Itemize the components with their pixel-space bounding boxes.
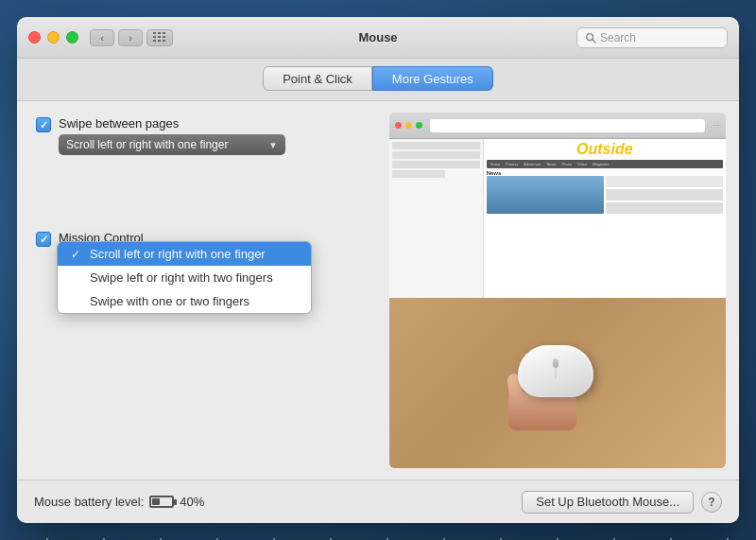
browser-content-area: Outside Home Fitness Adventure News Phot… (389, 139, 726, 298)
mouse-divider (556, 364, 557, 379)
forward-button[interactable]: › (118, 29, 143, 46)
main-content: ✓ Swipe between pages Scroll left or rig… (17, 101, 739, 479)
browser-address-bar (430, 119, 705, 132)
bluetooth-setup-button[interactable]: Set Up Bluetooth Mouse... (522, 491, 694, 514)
check-mark-icon: ✓ (40, 120, 48, 131)
maximize-button[interactable] (66, 31, 78, 44)
browser-preview: ⋯ Outside Home (389, 113, 726, 298)
browser-nav-icons: ⋯ (713, 121, 720, 130)
dropdown-selected-text: Scroll left or right with one finger (66, 138, 228, 151)
tab-more-gestures[interactable]: More Gestures (372, 66, 493, 91)
palm (508, 392, 576, 430)
close-button[interactable] (28, 31, 41, 44)
dropdown-item-two-fingers[interactable]: Swipe left or right with two fingers (58, 266, 311, 289)
titlebar: ‹ › Mouse Search (17, 17, 739, 59)
content-sim (487, 176, 723, 214)
grid-icon (153, 32, 166, 43)
search-placeholder: Search (600, 31, 636, 44)
mini-maximize-dot (416, 122, 422, 129)
option-swipe-between-pages: ✓ Swipe between pages Scroll left or rig… (36, 116, 374, 155)
dropdown-item-one-or-two[interactable]: Swipe with one or two fingers (58, 289, 311, 313)
search-box[interactable]: Search (576, 27, 728, 48)
mini-close-dot (395, 122, 402, 129)
battery-section: Mouse battery level: 40% (34, 495, 522, 509)
right-panel: ⋯ Outside Home (389, 101, 739, 479)
bottom-bar: Mouse battery level: 40% Set Up Bluetoot… (17, 479, 739, 523)
browser-main-content: Outside Home Fitness Adventure News Phot… (484, 139, 726, 298)
grid-button[interactable] (146, 29, 173, 46)
battery-label: Mouse battery level: (34, 495, 144, 509)
back-button[interactable]: ‹ (90, 29, 114, 46)
traffic-lights (28, 31, 78, 44)
option-swipe-label: Swipe between pages (59, 116, 374, 131)
hand-mouse-container (501, 336, 614, 430)
nav-buttons: ‹ › (90, 29, 143, 46)
chevron-down-icon: ▼ (268, 140, 278, 150)
dropdown-menu: ✓ Scroll left or right with one finger S… (57, 241, 312, 314)
main-window: ‹ › Mouse Search Point & Click (17, 17, 739, 523)
check-mark-icon: ✓ (40, 235, 48, 245)
outside-logo: Outside (487, 142, 723, 157)
browser-chrome: ⋯ (389, 113, 726, 139)
magic-mouse (518, 345, 593, 397)
search-icon (585, 32, 596, 44)
preview-image: ⋯ Outside Home (389, 113, 726, 468)
svg-line-1 (593, 39, 595, 42)
checkbox-mission-control[interactable]: ✓ (36, 232, 51, 247)
checkbox-swipe[interactable]: ✓ (36, 117, 51, 132)
battery-percent: 40% (180, 495, 204, 509)
swipe-dropdown[interactable]: Scroll left or right with one finger ▼ (59, 134, 285, 155)
browser-sidebar (389, 139, 484, 298)
tabs-row: Point & Click More Gestures (17, 59, 739, 101)
bottom-right: Set Up Bluetooth Mouse... ? (522, 491, 722, 514)
option-swipe-content: Swipe between pages Scroll left or right… (59, 116, 374, 155)
tab-point-click[interactable]: Point & Click (263, 66, 372, 91)
nav-bar-sim: Home Fitness Adventure News Photo Video … (487, 160, 723, 168)
mouse-hand-preview (389, 298, 726, 468)
battery-fill (152, 498, 160, 505)
window-title: Mouse (358, 30, 397, 44)
battery-icon (149, 496, 174, 508)
mini-minimize-dot (405, 122, 412, 129)
help-button[interactable]: ? (701, 492, 722, 513)
dropdown-item-one-finger[interactable]: ✓ Scroll left or right with one finger (58, 242, 311, 266)
minimize-button[interactable] (47, 31, 60, 44)
left-panel: ✓ Swipe between pages Scroll left or rig… (17, 101, 389, 479)
selected-check-icon: ✓ (71, 248, 84, 261)
